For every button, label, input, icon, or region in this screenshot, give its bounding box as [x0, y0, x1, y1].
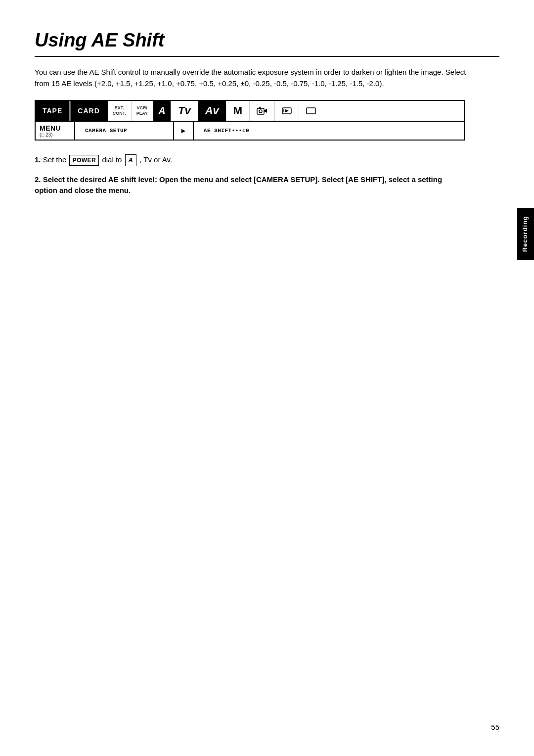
- steps-section: 1. Set the POWER dial to A , Tv or Av. 2…: [35, 154, 499, 196]
- step-2: 2. Select the desired AE shift level: Op…: [35, 174, 460, 196]
- menu-arrow-icon: ►: [174, 122, 194, 140]
- tape-label: TAPE: [36, 101, 69, 121]
- tape-card-section: TAPE CARD: [36, 101, 108, 121]
- step-1-number: 1.: [35, 155, 41, 164]
- step-1-middle: dial to: [102, 155, 124, 164]
- page-title: Using AE Shift: [35, 30, 499, 57]
- intro-paragraph: You can use the AE Shift control to manu…: [35, 67, 470, 89]
- menu-camera-setup: CAMERA SETUP: [75, 122, 174, 140]
- svg-rect-3: [259, 107, 261, 109]
- svg-rect-7: [307, 108, 315, 114]
- svg-point-2: [259, 110, 262, 113]
- dial-a-badge: A: [125, 154, 136, 166]
- menu-label-title: MENU: [40, 124, 61, 132]
- page-number: 55: [491, 723, 499, 731]
- mode-tv-icon: Tv: [171, 101, 198, 121]
- play-mode-icon: [275, 101, 299, 121]
- step-1: 1. Set the POWER dial to A , Tv or Av.: [35, 154, 460, 166]
- step-1-suffix: , Tv or Av.: [139, 155, 172, 164]
- camera-mode-icon: [250, 101, 275, 121]
- mode-m-icon: M: [226, 101, 250, 121]
- power-badge: POWER: [69, 155, 99, 166]
- svg-marker-1: [264, 109, 267, 113]
- card-label: CARD: [70, 101, 106, 121]
- svg-marker-5: [285, 109, 289, 112]
- menu-label-box: MENU (□ 23): [36, 122, 75, 140]
- step-1-prefix: Set the: [43, 155, 69, 164]
- menu-ae-shift: AE SHIFT•••±0: [194, 122, 259, 140]
- mode-bar: TAPE CARD EXT. CONT. VCR/ PLAY A Tv Av M: [35, 100, 465, 122]
- menu-label-sub: (□ 23): [40, 132, 53, 138]
- step-2-number: 2.: [35, 175, 41, 184]
- mode-a-icon: A: [153, 101, 171, 121]
- ext-cont-label: EXT. CONT.: [108, 101, 132, 121]
- vcr-play-label: VCR/ PLAY: [132, 101, 153, 121]
- side-tab-recording: Recording: [517, 208, 534, 260]
- svg-rect-0: [257, 108, 264, 114]
- menu-row: MENU (□ 23) CAMERA SETUP ► AE SHIFT•••±0: [35, 122, 465, 141]
- rect-mode-icon: [299, 101, 323, 121]
- mode-av-icon: Av: [198, 101, 226, 121]
- step-2-text: Select the desired AE shift level: Open …: [35, 175, 442, 195]
